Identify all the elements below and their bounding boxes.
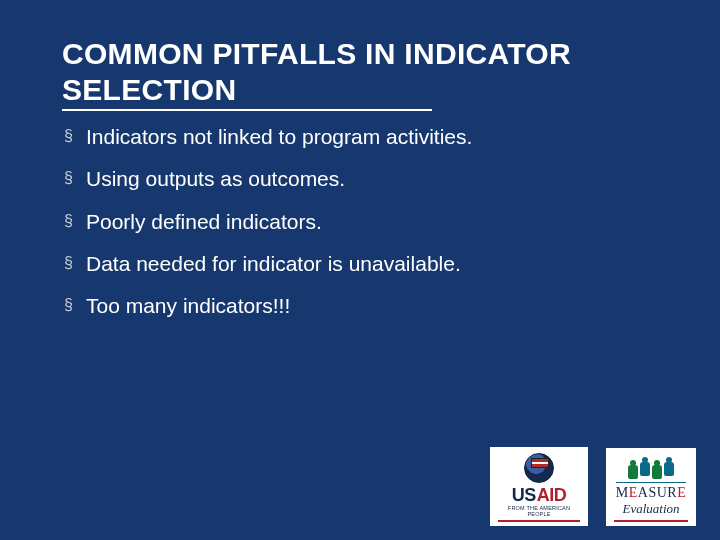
bullet-icon: § xyxy=(64,293,86,317)
usaid-logo: USAID FROM THE AMERICAN PEOPLE xyxy=(490,447,588,526)
bullet-list: § Indicators not linked to program activ… xyxy=(64,124,660,335)
usaid-seal-icon xyxy=(524,453,554,483)
bullet-text: Too many indicators!!! xyxy=(86,293,290,319)
bullet-icon: § xyxy=(64,251,86,275)
list-item: § Too many indicators!!! xyxy=(64,293,660,319)
bullet-text: Indicators not linked to program activit… xyxy=(86,124,472,150)
list-item: § Data needed for indicator is unavailab… xyxy=(64,251,660,277)
bullet-text: Data needed for indicator is unavailable… xyxy=(86,251,461,277)
usaid-wordmark-left: US xyxy=(512,485,536,506)
measure-wordmark: MEASURE xyxy=(614,485,688,501)
bullet-text: Poorly defined indicators. xyxy=(86,209,322,235)
list-item: § Indicators not linked to program activ… xyxy=(64,124,660,150)
people-icon xyxy=(614,454,688,480)
measure-underline xyxy=(614,520,688,522)
footer-logos: USAID FROM THE AMERICAN PEOPLE MEASURE E… xyxy=(490,447,696,526)
measure-subtitle: Evaluation xyxy=(614,501,688,517)
title-underline xyxy=(62,109,432,111)
list-item: § Poorly defined indicators. xyxy=(64,209,660,235)
usaid-wordmark: USAID xyxy=(498,485,580,506)
usaid-underline xyxy=(498,520,580,522)
title-line-1: COMMON PITFALLS IN INDICATOR xyxy=(62,37,571,70)
bullet-icon: § xyxy=(64,209,86,233)
slide: COMMON PITFALLS IN INDICATOR SELECTION §… xyxy=(0,0,720,540)
title-line-2: SELECTION xyxy=(62,73,236,106)
list-item: § Using outputs as outcomes. xyxy=(64,166,660,192)
usaid-wordmark-right: AID xyxy=(537,485,567,506)
slide-title: COMMON PITFALLS IN INDICATOR SELECTION xyxy=(62,36,680,108)
bullet-icon: § xyxy=(64,166,86,190)
bullet-icon: § xyxy=(64,124,86,148)
measure-divider xyxy=(616,482,686,483)
slide-title-block: COMMON PITFALLS IN INDICATOR SELECTION xyxy=(62,36,680,111)
measure-evaluation-logo: MEASURE Evaluation xyxy=(606,448,696,526)
bullet-text: Using outputs as outcomes. xyxy=(86,166,345,192)
usaid-tagline: FROM THE AMERICAN PEOPLE xyxy=(498,505,580,517)
